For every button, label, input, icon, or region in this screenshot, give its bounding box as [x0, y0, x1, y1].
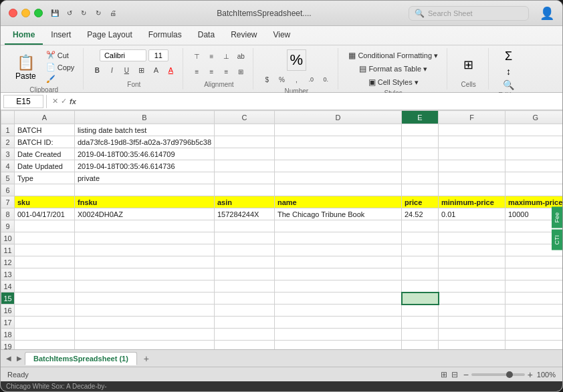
cell-A16[interactable]: [15, 305, 75, 317]
print-btn[interactable]: 🖨: [106, 7, 120, 20]
cell-F7[interactable]: minimum-price: [439, 196, 505, 208]
row-header-7[interactable]: 7: [1, 196, 15, 208]
percent-button[interactable]: %: [275, 73, 288, 86]
cell-E16[interactable]: [402, 305, 439, 317]
align-bottom-button[interactable]: ⊥: [219, 49, 233, 63]
cell-F19[interactable]: [439, 341, 505, 350]
cell-B16[interactable]: [75, 305, 215, 317]
cell-E14[interactable]: [402, 280, 439, 292]
col-header-C[interactable]: C: [215, 111, 275, 124]
cell-B3[interactable]: 2019-04-18T00:35:46.614709: [75, 148, 215, 160]
cell-E15[interactable]: [402, 292, 439, 305]
zoom-minus-button[interactable]: −: [463, 369, 469, 380]
cell-A18[interactable]: [15, 329, 75, 341]
row-header-3[interactable]: 3: [1, 148, 15, 160]
row-header-6[interactable]: 6: [1, 184, 15, 196]
save-btn[interactable]: 💾: [48, 7, 62, 20]
cell-F14[interactable]: [439, 280, 505, 292]
cell-D18[interactable]: [275, 329, 402, 341]
cell-G5[interactable]: [505, 172, 563, 184]
cell-D12[interactable]: [275, 256, 402, 268]
border-button[interactable]: ⊞: [134, 63, 148, 77]
cell-C13[interactable]: [215, 268, 275, 280]
cell-C17[interactable]: [215, 317, 275, 329]
cell-C8[interactable]: 157284244X: [215, 208, 275, 220]
cell-C5[interactable]: [215, 172, 275, 184]
cell-B5[interactable]: private: [75, 172, 215, 184]
cell-A13[interactable]: [15, 268, 75, 280]
col-header-D[interactable]: D: [275, 111, 402, 124]
cell-D14[interactable]: [275, 280, 402, 292]
tab-insert[interactable]: Insert: [43, 26, 79, 45]
cell-B17[interactable]: [75, 317, 215, 329]
align-right-button[interactable]: ≡: [219, 65, 233, 78]
row-header-13[interactable]: 13: [1, 268, 15, 280]
comma-button[interactable]: ,: [290, 73, 303, 86]
add-sheet-button[interactable]: +: [140, 352, 153, 365]
undo-btn[interactable]: ↺: [63, 7, 76, 20]
col-header-E[interactable]: E: [402, 111, 439, 124]
cell-D3[interactable]: [275, 148, 402, 160]
tab-prev-btn[interactable]: ◀: [3, 353, 14, 363]
tab-next-btn[interactable]: ▶: [14, 353, 25, 363]
cell-C11[interactable]: [215, 244, 275, 256]
cell-B10[interactable]: [75, 232, 215, 244]
cell-F5[interactable]: [439, 172, 505, 184]
maximize-button[interactable]: [34, 9, 43, 17]
cell-B8[interactable]: X0024DH0AZ: [75, 208, 215, 220]
col-header-B[interactable]: B: [75, 111, 215, 124]
row-header-15[interactable]: 15: [1, 292, 15, 305]
fill-color-button[interactable]: A: [149, 63, 162, 77]
row-header-17[interactable]: 17: [1, 317, 15, 329]
cell-G4[interactable]: [505, 160, 563, 172]
cell-C7[interactable]: asin: [215, 196, 275, 208]
cell-D9[interactable]: [275, 220, 402, 232]
cell-G19[interactable]: [505, 341, 563, 350]
zoom-thumb[interactable]: [506, 371, 513, 378]
cell-F11[interactable]: [439, 244, 505, 256]
row-header-16[interactable]: 16: [1, 305, 15, 317]
cell-E12[interactable]: [402, 256, 439, 268]
normal-view-icon[interactable]: ⊞: [441, 370, 447, 379]
number-format-btn[interactable]: %: [287, 49, 307, 71]
cell-F9[interactable]: [439, 220, 505, 232]
cell-B6[interactable]: [75, 184, 215, 196]
cell-D6[interactable]: [275, 184, 402, 196]
copy-button[interactable]: 📄 Copy: [43, 61, 78, 73]
row-header-14[interactable]: 14: [1, 280, 15, 292]
cell-F1[interactable]: [439, 124, 505, 136]
cell-G15[interactable]: [505, 292, 563, 305]
cell-G6[interactable]: [505, 184, 563, 196]
cell-A8[interactable]: 001-04/17/201: [15, 208, 75, 220]
currency-button[interactable]: $: [260, 73, 273, 86]
minimize-button[interactable]: [21, 9, 30, 17]
formula-input[interactable]: [82, 95, 560, 108]
cell-G13[interactable]: [505, 268, 563, 280]
cell-G1[interactable]: [505, 124, 563, 136]
cell-F16[interactable]: [439, 305, 505, 317]
cell-D19[interactable]: [275, 341, 402, 350]
cell-F12[interactable]: [439, 256, 505, 268]
cell-D8[interactable]: The Chicago Tribune Book: [275, 208, 402, 220]
row-header-9[interactable]: 9: [1, 220, 15, 232]
fee-label[interactable]: Fee: [552, 207, 562, 228]
bold-button[interactable]: B: [90, 63, 104, 77]
zoom-track[interactable]: [471, 373, 525, 376]
cut-button[interactable]: ✂️ Cut: [43, 49, 78, 61]
cell-C14[interactable]: [215, 280, 275, 292]
cell-G16[interactable]: [505, 305, 563, 317]
align-middle-button[interactable]: ≡: [205, 49, 218, 63]
col-header-G[interactable]: G: [505, 111, 563, 124]
cell-F8[interactable]: 0.01: [439, 208, 505, 220]
cell-A12[interactable]: [15, 256, 75, 268]
underline-button[interactable]: U: [120, 63, 133, 77]
col-header-A[interactable]: A: [15, 111, 75, 124]
cell-F10[interactable]: [439, 232, 505, 244]
cell-F17[interactable]: [439, 317, 505, 329]
cell-C12[interactable]: [215, 256, 275, 268]
tab-view[interactable]: View: [265, 26, 298, 45]
row-header-1[interactable]: 1: [1, 124, 15, 136]
cell-C9[interactable]: [215, 220, 275, 232]
format-painter-button[interactable]: 🖌️: [43, 73, 78, 85]
cell-C18[interactable]: [215, 329, 275, 341]
